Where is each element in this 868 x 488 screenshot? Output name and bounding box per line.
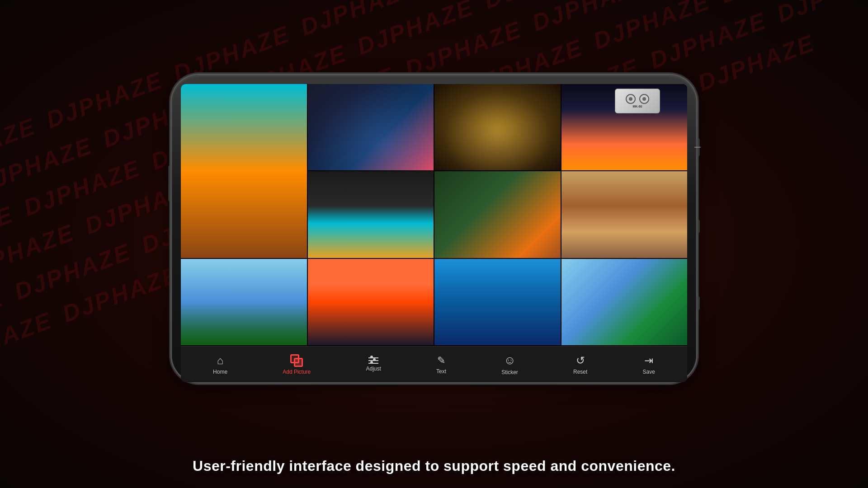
side-button-right-mid xyxy=(696,220,700,233)
caption-text: User-friendly interface designed to supp… xyxy=(0,458,868,474)
nav-label-home: Home xyxy=(213,369,227,375)
nav-item-add-picture[interactable]: Add Picture xyxy=(277,352,316,378)
reel-left xyxy=(626,94,636,104)
nav-label-text: Text xyxy=(436,368,446,375)
photo-cell-2[interactable] xyxy=(434,84,561,170)
nav-item-reset[interactable]: ↺ Reset xyxy=(568,352,593,378)
nav-item-save[interactable]: ⇥ Save xyxy=(637,352,660,378)
reset-icon: ↺ xyxy=(576,354,585,367)
text-icon: ✎ xyxy=(437,355,445,366)
photo-cell-9[interactable] xyxy=(434,259,561,345)
photo-grid xyxy=(181,84,687,346)
nav-item-sticker[interactable]: ☺ Sticker xyxy=(496,351,524,378)
side-button-right-top: | xyxy=(696,138,700,156)
home-icon: ⌂ xyxy=(217,354,224,367)
sticker-icon: ☺ xyxy=(504,353,516,367)
nav-label-adjust: Adjust xyxy=(366,366,381,372)
add-picture-icon xyxy=(290,354,303,367)
nav-label-sticker: Sticker xyxy=(501,369,518,375)
side-button-left xyxy=(168,165,172,202)
photo-cell-7[interactable] xyxy=(181,259,307,345)
photo-cell-11[interactable] xyxy=(561,259,688,345)
cassette-label: MK-60 xyxy=(632,105,642,108)
reel-right xyxy=(639,94,649,104)
photo-cell-8[interactable] xyxy=(308,259,434,345)
nav-item-home[interactable]: ⌂ Home xyxy=(208,352,233,378)
nav-item-adjust[interactable]: Adjust xyxy=(360,355,386,375)
nav-label-reset: Reset xyxy=(573,369,587,375)
photo-cell-4[interactable] xyxy=(308,171,434,258)
save-icon: ⇥ xyxy=(644,354,653,367)
photo-cell-5[interactable] xyxy=(434,171,561,258)
photo-cell-1[interactable] xyxy=(308,84,434,170)
adjust-icon xyxy=(368,357,378,364)
phone-screen: MK-60 ⌂ Home xyxy=(181,84,687,382)
phone-frame: | ⌃ MK-60 xyxy=(172,75,696,382)
nav-label-add-picture: Add Picture xyxy=(283,369,311,375)
nav-item-text[interactable]: ✎ Text xyxy=(431,352,452,377)
bottom-nav: ⌂ Home Add Picture Adjust xyxy=(181,346,687,382)
photo-cell-6[interactable] xyxy=(561,171,688,258)
photo-cell-10[interactable] xyxy=(181,84,307,258)
nav-label-save: Save xyxy=(643,369,655,375)
side-button-right-bot xyxy=(696,296,700,310)
top-cassette-widget: MK-60 xyxy=(615,89,660,113)
